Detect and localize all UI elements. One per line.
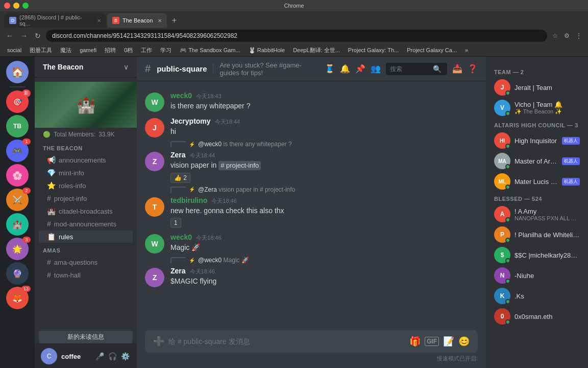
bookmark-deepl[interactable]: DeepL翻译: 全世... xyxy=(290,46,343,55)
channel-announcements[interactable]: 📢 announcements xyxy=(39,154,133,166)
sticker-icon[interactable]: 📝 xyxy=(443,336,454,347)
url-input[interactable] xyxy=(46,30,547,42)
server-icon-home[interactable]: 🏠 xyxy=(6,61,29,83)
tab-beacon[interactable]: B The Beacon ✕ xyxy=(107,13,167,28)
tab-discord-close[interactable]: ✕ xyxy=(97,18,101,24)
bookmark-sandbox[interactable]: 🎮 The Sandbox Gam... xyxy=(177,47,243,54)
avatar-jecryptomy: J xyxy=(145,118,164,137)
gift-icon[interactable]: 🎁 xyxy=(409,336,421,347)
reply-line-6 xyxy=(170,257,186,263)
tab-discord[interactable]: D (2868) Discord | # public-sq... ✕ xyxy=(4,13,106,28)
channel-mint-info[interactable]: 💎 mint-info xyxy=(39,167,133,179)
bookmark-mofa[interactable]: 魔法 xyxy=(57,46,75,55)
bookmark-gamefi[interactable]: gamefi xyxy=(77,47,100,54)
members-icon[interactable]: 👥 xyxy=(371,64,381,74)
member-michelkarly[interactable]: $ $$C |michelkarly2889 | xyxy=(490,245,584,265)
tab-beacon-close[interactable]: ✕ xyxy=(158,18,162,24)
bookmark-study[interactable]: 学习 xyxy=(157,46,175,55)
name-mater-lucis: Mater Lucis (t... xyxy=(514,178,558,186)
bookmark-icon[interactable]: ☆ xyxy=(550,31,560,40)
reaction-3[interactable]: 👍 2 xyxy=(170,173,190,183)
member-vicho[interactable]: V Vicho | Team 🔔 ✨ The Beacon ✨ xyxy=(490,98,584,118)
emoji-button[interactable]: 😊 xyxy=(458,336,470,347)
server-icon-2[interactable]: TB xyxy=(6,115,29,137)
channel-rules[interactable]: 📋 rules xyxy=(39,231,133,243)
tab-discord-label: (2868) Discord | # public-sq... xyxy=(19,14,92,27)
thread-icon[interactable]: 🧵 xyxy=(325,64,335,74)
bookmarks-more[interactable]: » xyxy=(462,47,471,54)
bookmark-galaxy2[interactable]: Project Galaxy Ca... xyxy=(404,47,460,54)
new-tab-button[interactable]: + xyxy=(168,14,180,27)
bookmark-tuice[interactable]: 图册工具 xyxy=(27,46,55,55)
minimize-button[interactable] xyxy=(13,3,19,9)
message-group-4: T tedbirulino 今天18:46 new here. gonna ch… xyxy=(145,194,478,231)
server-list: 🏠 🎯 新 TB 🎮 1 🌸 ⚔️ 2 🏰 🌟 3 🔮 🦊 xyxy=(0,57,35,368)
server-icon-4[interactable]: 🌸 xyxy=(6,164,29,187)
server-icon-3[interactable]: 🎮 1 xyxy=(6,140,29,162)
extensions-icon[interactable]: ⚙ xyxy=(562,31,572,40)
bookmark-galaxy1[interactable]: Project Galaxy: Th... xyxy=(345,47,402,54)
bookmark-rabbithole[interactable]: 🐰 RabbitHole xyxy=(246,47,288,54)
reaction-4[interactable]: 1 xyxy=(170,218,181,228)
server-icon-7[interactable]: 🌟 3 xyxy=(6,238,29,260)
channel-ama-questions[interactable]: # ama-questions xyxy=(39,256,133,268)
category-amas[interactable]: AMAS xyxy=(35,243,137,256)
bell-icon[interactable]: 🔔 xyxy=(340,64,350,74)
address-bar: ← → ↻ ☆ ⚙ ⋮ xyxy=(0,28,588,44)
bookmark-social[interactable]: social xyxy=(4,47,24,54)
help-icon[interactable]: ❓ xyxy=(468,64,478,74)
tab-beacon-label: The Beacon xyxy=(122,17,153,24)
bookmark-work[interactable]: 工作 xyxy=(138,46,155,55)
mute-button[interactable]: 🎤 xyxy=(94,351,105,361)
bookmark-recruit[interactable]: 招聘 xyxy=(102,46,119,55)
server-header[interactable]: The Beacon ∨ xyxy=(35,57,137,78)
name-master-arch: Master of Arch... xyxy=(514,157,558,165)
channel-mod-announcements[interactable]: # mod-announcements xyxy=(39,218,133,230)
member-ks[interactable]: K .Ks xyxy=(490,286,584,306)
pin-icon[interactable]: 📌 xyxy=(355,64,365,74)
message-input[interactable] xyxy=(168,337,405,346)
inbox-icon[interactable]: 📥 xyxy=(452,64,462,74)
server-icon-5[interactable]: ⚔️ 2 xyxy=(6,189,29,211)
reply-avatar-6: ⚡ xyxy=(189,258,195,263)
search-box[interactable]: 🔍 xyxy=(386,63,447,75)
server-icon-6[interactable]: 🏰 xyxy=(6,213,29,236)
member-amy[interactable]: A ! A Amy NANOPASS PXN ALL THE WAY! xyxy=(490,204,584,224)
channel-project-info[interactable]: # project-info xyxy=(39,192,133,204)
channel-citadel[interactable]: 🏰 citadel-broadcasts xyxy=(39,205,133,217)
online-dot-jeralt xyxy=(505,90,510,96)
add-attachment-button[interactable]: ➕ xyxy=(153,336,164,347)
name-michelkarly: $$C |michelkarly2889 | xyxy=(514,251,580,259)
author-jecryptomy: Jecryptomy xyxy=(170,117,211,125)
member-jeralt[interactable]: J Jeralt | Team xyxy=(490,77,584,98)
member-high-inquisitor[interactable]: HI High Inquisitor 机器人 xyxy=(490,130,584,151)
member-0xosman[interactable]: 0 0x0sman.eth xyxy=(490,306,584,327)
forward-button[interactable]: → xyxy=(18,31,30,41)
member-master-arch[interactable]: MA Master of Arch... 机器人 xyxy=(490,151,584,171)
bookmark-0dang[interactable]: 0档 xyxy=(121,46,136,55)
channel-roles-info[interactable]: ⭐ roles-info xyxy=(39,179,133,192)
refresh-button[interactable]: ↻ xyxy=(33,31,43,41)
new-messages-indicator[interactable]: 新的未读信息 xyxy=(39,331,133,343)
channel-town-hall[interactable]: # town-hall xyxy=(39,269,133,281)
menu-icon[interactable]: ⋮ xyxy=(574,31,584,40)
close-button[interactable] xyxy=(4,3,10,9)
channel-town-hall-label: town-hall xyxy=(54,271,81,279)
author-zera: Zera xyxy=(170,151,186,159)
gif-button[interactable]: GIF xyxy=(425,337,439,346)
category-the-beacon[interactable]: THE BEACON xyxy=(35,141,137,153)
channel-link-3[interactable]: # project-info xyxy=(218,161,261,170)
server-icon-9[interactable]: 🦊 13 xyxy=(6,287,29,309)
member-planilha[interactable]: P ! Planilha de Whitelist... xyxy=(490,224,584,245)
settings-button[interactable]: ⚙️ xyxy=(120,351,131,361)
search-input[interactable] xyxy=(390,65,431,73)
server-icon-1[interactable]: 🎯 新 xyxy=(6,90,29,113)
deafen-button[interactable]: 🎧 xyxy=(107,351,118,361)
member-niuhe[interactable]: N -Niuhe xyxy=(490,265,584,286)
maximize-button[interactable] xyxy=(22,3,29,9)
server-icon-8[interactable]: 🔮 xyxy=(6,262,29,285)
member-mater-lucis[interactable]: ML Mater Lucis (t... 机器人 xyxy=(490,171,584,192)
category-team: TEAM — 2 xyxy=(490,65,584,77)
server-badge-3: 1 xyxy=(22,139,31,145)
back-button[interactable]: ← xyxy=(4,31,15,41)
